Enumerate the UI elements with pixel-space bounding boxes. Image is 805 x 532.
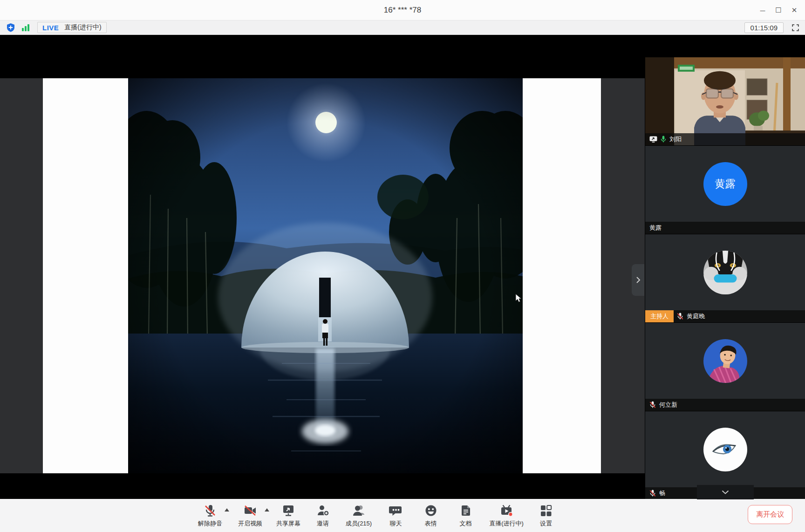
participant-tile-liuyang[interactable]: 刘阳 — [645, 57, 805, 145]
maximize-button[interactable]: ☐ — [771, 0, 786, 20]
fullscreen-icon[interactable] — [790, 22, 800, 33]
screen-sharing-indicator-icon — [649, 136, 657, 143]
mic-muted-icon — [677, 313, 683, 320]
members-button[interactable]: 成员(215) — [339, 503, 378, 528]
members-icon — [352, 503, 366, 518]
mic-muted-icon — [203, 503, 217, 518]
status-bar: LIVE 直播(进行中) 01:15:09 — [0, 20, 805, 35]
participant-name: 何立新 — [659, 401, 677, 409]
chat-button[interactable]: 聊天 — [378, 503, 413, 528]
avatar: 黄露 — [703, 162, 747, 206]
security-shield-icon[interactable] — [5, 22, 17, 33]
mouse-cursor — [515, 293, 522, 303]
documents-button[interactable]: 文档 — [448, 503, 483, 528]
participant-tile-huanglu[interactable]: 黄露 黄露 — [645, 146, 805, 234]
participants-sidebar: 刘阳 黄露 黄露 — [645, 35, 805, 498]
window-controls: ─ ☐ ✕ — [755, 0, 802, 20]
participant-name-bar: 主持人 黄庭晚 — [645, 310, 805, 322]
avatar-initials-text: 黄露 — [715, 177, 736, 191]
document-icon — [459, 503, 473, 518]
participant-video-feed — [645, 57, 805, 145]
mic-muted-icon — [649, 490, 656, 497]
sidebar-collapse-tab[interactable] — [632, 264, 644, 296]
emoji-button[interactable]: 表情 — [413, 503, 448, 528]
mic-muted-icon — [649, 401, 656, 409]
emoji-icon — [424, 503, 438, 518]
participant-name: 畅 — [659, 489, 665, 498]
settings-button[interactable]: 设置 — [530, 503, 562, 528]
chat-icon — [389, 503, 403, 518]
mic-active-icon — [661, 136, 666, 143]
participant-tile-helixin[interactable]: 何立新 — [645, 323, 805, 411]
start-video-button[interactable]: 开启视频 — [230, 503, 270, 528]
participant-name: 黄露 — [649, 224, 662, 232]
participant-name-bar: 何立新 — [645, 399, 805, 411]
settings-icon — [539, 503, 553, 518]
share-screen-icon — [281, 503, 295, 518]
unmute-button[interactable]: 解除静音 — [190, 503, 230, 528]
share-screen-button[interactable]: 共享屏幕 — [270, 503, 307, 528]
meeting-window: 16* *** *78 ─ ☐ ✕ LIVE 直播(进行中) — [0, 0, 805, 532]
window-title: 16* *** *78 — [384, 6, 421, 15]
participant-tile-huangtingwan[interactable]: 主持人 黄庭晚 — [645, 234, 805, 322]
avatar — [703, 251, 747, 294]
bottom-toolbar: 解除静音 开启视频 — [0, 499, 805, 532]
slide-night-scene-image — [128, 78, 523, 473]
host-badge: 主持人 — [645, 310, 674, 322]
minimize-button[interactable]: ─ — [755, 0, 771, 20]
camera-off-icon — [243, 503, 257, 518]
invite-icon — [316, 503, 330, 518]
network-signal-icon[interactable] — [20, 22, 32, 33]
invite-button[interactable]: 邀请 — [307, 503, 339, 528]
participant-name-bar: 刘阳 — [645, 133, 805, 145]
collapse-participants-button[interactable] — [697, 485, 754, 499]
live-streaming-button[interactable]: 直播(进行中) — [483, 503, 530, 528]
title-bar: 16* *** *78 ─ ☐ ✕ — [0, 0, 805, 20]
meeting-timer: 01:15:09 — [744, 22, 784, 33]
participant-name-bar: 黄露 — [645, 222, 805, 234]
live-badge: LIVE — [42, 24, 59, 32]
close-button[interactable]: ✕ — [786, 0, 802, 20]
avatar — [703, 339, 747, 383]
presentation-slide — [43, 78, 601, 473]
leave-meeting-button[interactable]: 离开会议 — [748, 505, 792, 524]
participant-tile-chang[interactable]: 畅 — [645, 411, 805, 499]
avatar — [703, 428, 747, 471]
participant-name: 黄庭晚 — [687, 312, 705, 321]
shared-screen-area — [0, 35, 645, 499]
live-status-label: 直播(进行中) — [64, 23, 101, 32]
live-tv-icon — [499, 503, 514, 518]
participant-name: 刘阳 — [669, 135, 682, 143]
mic-options-caret[interactable] — [225, 508, 229, 512]
live-status-box[interactable]: LIVE 直播(进行中) — [37, 22, 107, 33]
video-options-caret[interactable] — [265, 508, 269, 512]
